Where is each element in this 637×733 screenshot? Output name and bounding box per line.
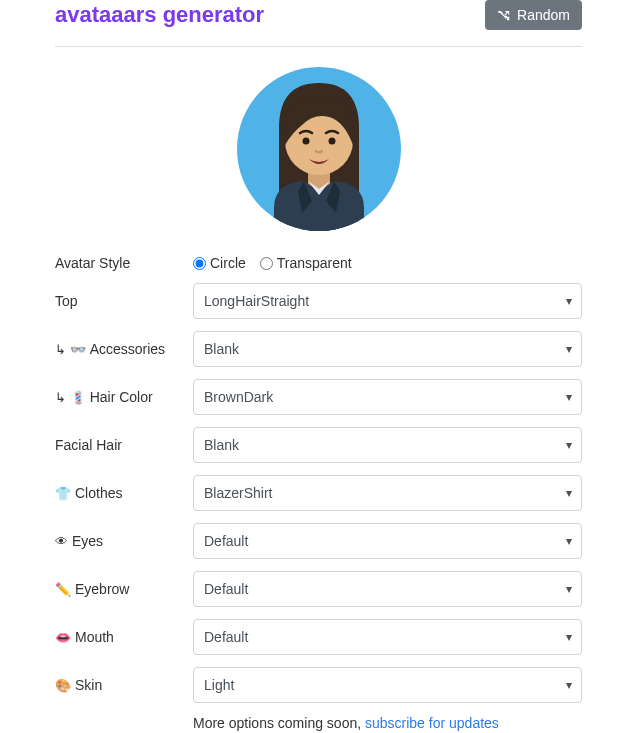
shuffle-icon [497, 8, 511, 22]
field-select-clothes[interactable]: BlazerShirt [193, 475, 582, 511]
field-select-eyes[interactable]: Default [193, 523, 582, 559]
field-label: Top [55, 293, 193, 309]
field-icon: ↳ 💈 [55, 390, 86, 405]
avatar-style-transparent[interactable]: Transparent [260, 255, 352, 271]
svg-point-2 [302, 138, 309, 145]
field-select-facial hair[interactable]: Blank [193, 427, 582, 463]
field-label: 🎨 Skin [55, 677, 193, 693]
field-select-top[interactable]: LongHairStraight [193, 283, 582, 319]
field-icon: 👕 [55, 486, 71, 501]
field-label: Facial Hair [55, 437, 193, 453]
field-label: 👁 Eyes [55, 533, 193, 549]
field-label: ✏️ Eyebrow [55, 581, 193, 597]
field-select-eyebrow[interactable]: Default [193, 571, 582, 607]
subscribe-link[interactable]: subscribe for updates [365, 715, 499, 731]
random-label: Random [517, 7, 570, 23]
avatar-style-label: Avatar Style [55, 255, 193, 271]
more-options-text: More options coming soon, subscribe for … [55, 715, 582, 731]
field-select-hair color[interactable]: BrownDark [193, 379, 582, 415]
field-label: ↳ 👓 Accessories [55, 341, 193, 357]
field-icon: ↳ 👓 [55, 342, 86, 357]
field-label: 👄 Mouth [55, 629, 193, 645]
avatar-style-circle[interactable]: Circle [193, 255, 246, 271]
field-icon: 👄 [55, 630, 71, 645]
field-label: ↳ 💈 Hair Color [55, 389, 193, 405]
page-title: avataaars generator [55, 2, 264, 28]
field-select-mouth[interactable]: Default [193, 619, 582, 655]
field-icon: 🎨 [55, 678, 71, 693]
avatar-preview [55, 67, 582, 231]
field-select-accessories[interactable]: Blank [193, 331, 582, 367]
field-icon: 👁 [55, 534, 68, 549]
svg-point-3 [328, 138, 335, 145]
field-label: 👕 Clothes [55, 485, 193, 501]
random-button[interactable]: Random [485, 0, 582, 30]
field-select-skin[interactable]: Light [193, 667, 582, 703]
field-icon: ✏️ [55, 582, 71, 597]
